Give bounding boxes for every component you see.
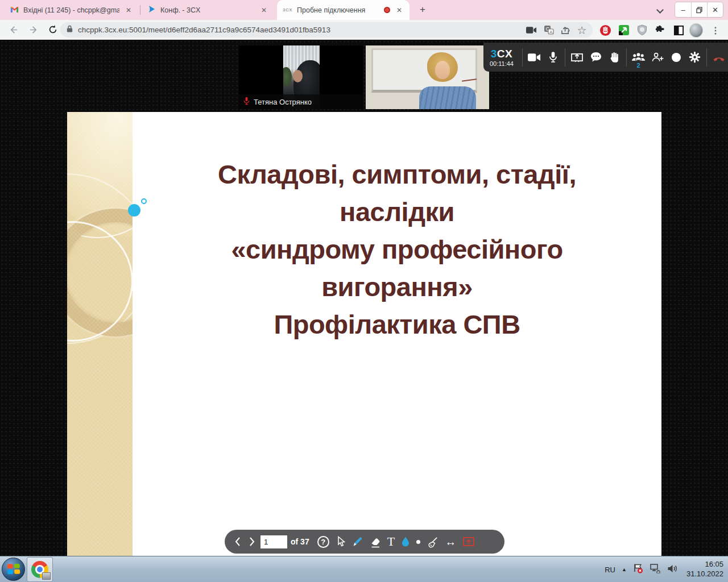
screen-share-button[interactable] [568, 46, 586, 69]
tab-3cx-meeting-active[interactable]: 3CX Пробне підключення ✕ [277, 0, 410, 20]
hangup-button[interactable] [709, 46, 728, 69]
meeting-timer: 00:11:44 [483, 60, 520, 67]
browser-menu-icon[interactable]: ⋮ [709, 23, 722, 37]
back-icon[interactable] [7, 23, 19, 36]
raise-hand-button[interactable] [605, 46, 624, 69]
eraser-tool-button[interactable] [370, 530, 381, 554]
volume-icon[interactable] [667, 564, 678, 576]
url-text: chcppk.3cx.eu:5001/meet/d6eff2d6aa2711c9… [78, 26, 330, 34]
restore-button[interactable] [691, 2, 707, 17]
windows-taskbar: RU ▲ 16:05 31.10.2022 [0, 556, 728, 582]
tray-time: 16:05 [686, 560, 723, 569]
bookmark-star-icon[interactable]: ☆ [575, 23, 589, 37]
thickness-dot-button[interactable] [416, 540, 420, 544]
participant-name: Тетяна Острянко [254, 98, 312, 106]
clear-annotations-button[interactable] [427, 530, 439, 554]
previous-page-button[interactable] [234, 530, 242, 554]
dark-extension-icon[interactable] [672, 23, 685, 37]
participant-video-tetyana[interactable]: Тетяна Острянко [239, 45, 363, 109]
profile-avatar[interactable] [689, 23, 703, 37]
refresh-icon[interactable] [47, 23, 59, 36]
tab-label: Конф. - 3CX [160, 6, 255, 14]
3cx-logo: 3CX [483, 48, 520, 60]
3cx-gray-icon: 3CX [283, 7, 292, 13]
start-button[interactable] [2, 558, 25, 581]
divider [626, 48, 627, 66]
green-extension-icon[interactable] [617, 23, 631, 37]
minimize-button[interactable]: – [675, 2, 691, 17]
slide-title-line: Профілактика СПВ [133, 306, 661, 343]
camera-tab-icon[interactable] [524, 23, 538, 37]
tab-gmail[interactable]: Вхідні (11 245) - chcppk@gmail.c ✕ [5, 0, 139, 20]
slide-title-line: «синдрому професійного [133, 231, 661, 268]
browser-tab-bar: Вхідні (11 245) - chcppk@gmail.c ✕ Конф.… [0, 0, 728, 20]
3cx-logo-block: 3CX 00:11:44 [483, 47, 520, 67]
adblock-extension-icon[interactable] [598, 23, 612, 37]
3cx-arrow-icon [148, 5, 156, 15]
divider [522, 48, 523, 66]
mic-active-icon [243, 97, 250, 107]
browser-toolbar: chcppk.3cx.eu:5001/meet/d6eff2d6aa2711c9… [0, 20, 728, 40]
avatar [689, 23, 703, 38]
chat-button[interactable] [586, 46, 605, 69]
system-tray: RU ▲ 16:05 31.10.2022 [605, 556, 723, 582]
forward-icon[interactable] [27, 23, 40, 36]
network-icon[interactable] [650, 564, 661, 576]
pointer-tool-button[interactable] [336, 530, 346, 554]
record-button[interactable] [667, 46, 685, 69]
address-bar[interactable]: chcppk.3cx.eu:5001/meet/d6eff2d6aa2711c9… [60, 22, 593, 38]
meeting-control-bar: 3CX 00:11:44 2 [483, 43, 728, 72]
close-window-button[interactable]: ✕ [707, 2, 723, 17]
settings-gear-icon[interactable] [685, 46, 704, 69]
tray-date: 31.10.2022 [686, 569, 723, 579]
close-icon[interactable]: ✕ [395, 6, 404, 15]
page-count-label: of 37 [291, 537, 309, 546]
presentation-slide: Складові, симптоми, стадії, наслідки «си… [67, 112, 661, 556]
tab-search-chevron-icon[interactable] [656, 6, 664, 14]
slide-title-line: вигорання» [133, 268, 661, 306]
add-participant-button[interactable] [648, 46, 667, 69]
windows-logo-icon [7, 564, 20, 575]
close-icon[interactable]: ✕ [259, 6, 268, 15]
person-sweater [419, 86, 476, 109]
tab-label: Пробне підключення [297, 6, 379, 14]
fit-width-button[interactable]: ↔ [445, 530, 456, 554]
slide-title-line: наслідки [133, 193, 661, 231]
screen: Вхідні (11 245) - chcppk@gmail.c ✕ Конф.… [0, 0, 728, 582]
extensions-puzzle-icon[interactable] [653, 23, 667, 37]
slide-title: Складові, симптоми, стадії, наслідки «си… [133, 156, 661, 343]
person-face [293, 70, 303, 82]
new-tab-button[interactable]: + [416, 3, 429, 17]
tab-3cx-conf[interactable]: Конф. - 3CX ✕ [142, 0, 274, 20]
color-droplet-button[interactable] [401, 530, 410, 554]
tab-divider [140, 5, 140, 15]
tray-clock[interactable]: 16:05 31.10.2022 [684, 560, 723, 579]
decor-pattern [67, 112, 133, 556]
tray-expand-icon[interactable]: ▲ [622, 567, 627, 572]
participants-count-badge: 2 [636, 62, 640, 69]
participant-video-presenter[interactable] [366, 45, 489, 109]
microphone-toggle-button[interactable] [544, 46, 562, 69]
text-tool-button[interactable]: T [387, 530, 395, 554]
divider [565, 48, 565, 66]
participants-button[interactable]: 2 [629, 46, 648, 69]
divider [706, 48, 707, 66]
close-icon[interactable]: ✕ [124, 6, 133, 15]
next-page-button[interactable] [248, 530, 256, 554]
stop-share-button[interactable] [462, 530, 475, 554]
pen-tool-button[interactable] [352, 530, 363, 554]
page-number-input[interactable] [260, 535, 287, 548]
help-button[interactable]: ? [317, 536, 329, 548]
camera-toggle-button[interactable] [525, 46, 544, 69]
window-controls: – ✕ [675, 2, 723, 18]
meeting-stage: Тетяна Острянко 3CX 00:11:44 [0, 40, 728, 556]
action-center-flag-icon[interactable] [633, 563, 643, 576]
svg-text:A: A [549, 30, 552, 35]
language-indicator[interactable]: RU [605, 566, 615, 574]
taskbar-chrome-button[interactable] [27, 557, 53, 582]
gmail-icon [10, 6, 19, 15]
share-icon[interactable] [559, 23, 572, 37]
shield-extension-icon[interactable] [635, 23, 649, 37]
presentation-toolbar: of 37 ? T ↔ [225, 530, 504, 554]
translate-icon[interactable]: GA [542, 23, 556, 37]
